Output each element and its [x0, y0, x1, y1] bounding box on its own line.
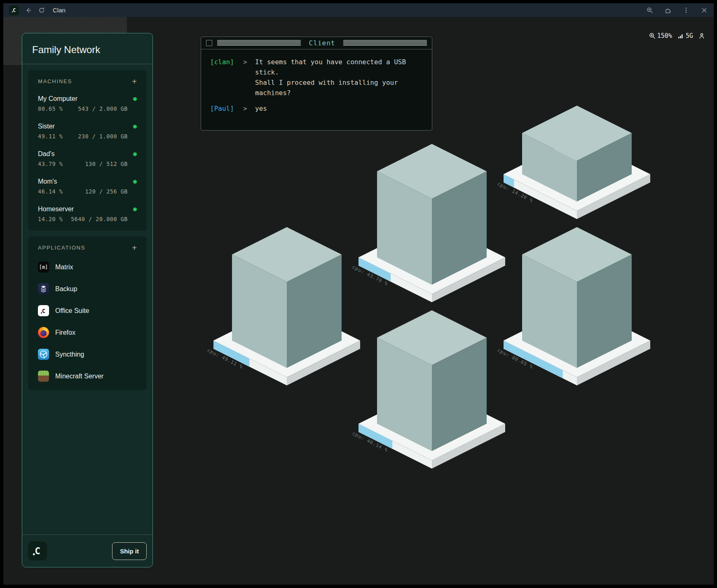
minecraft-icon	[38, 371, 49, 382]
application-name: Backup	[55, 285, 77, 293]
clan-logo-icon: C	[9, 5, 19, 15]
application-name: Office Suite	[55, 307, 89, 315]
machine-memory-value: 230 / 1.000 GB	[78, 133, 128, 140]
terminal-message-line: stick.	[255, 67, 406, 77]
machine-name: Mom's	[38, 178, 57, 185]
terminal-body: [clan]>It seems that you have connected …	[201, 49, 432, 126]
terminal-message-paul: [Paul]>yes	[210, 103, 423, 114]
machine-item-homeserver[interactable]: Homeserver 14.20 % 5640 / 20.000 GB	[38, 205, 137, 222]
machine-cpu-value: 43.79 %	[38, 161, 63, 167]
client-terminal-window: Client [clan]>It seems that you have con…	[201, 37, 432, 131]
terminal-message-line: Shall I proceed with installing your	[255, 77, 406, 88]
sidebar-header: Family Network	[22, 33, 152, 64]
application-name: Matrix	[55, 264, 73, 271]
online-status-dot	[133, 180, 137, 184]
machine-cpu-value: 49.11 %	[38, 133, 63, 140]
terminal-prompt: >	[243, 57, 255, 98]
app-window: cpu: 14.20 %cpu: 43.79 %cpu: 49.11 %cpu:…	[3, 3, 714, 585]
machine-memory-value: 5640 / 20.000 GB	[71, 216, 128, 222]
terminal-message-line: machines?	[255, 88, 406, 98]
menu-kebab-icon[interactable]	[682, 7, 690, 14]
machine-cube-sister[interactable]: cpu: 49.11 %	[206, 227, 360, 386]
application-name: Minecraft Server	[55, 373, 103, 380]
machine-item-dad-s[interactable]: Dad's 43.79 % 130 / 512 GB	[38, 150, 137, 167]
online-status-dot	[133, 208, 137, 211]
machine-name: Dad's	[38, 150, 54, 158]
machine-cpu-value: 14.20 %	[38, 216, 63, 222]
machine-cube-my-computer[interactable]: cpu: 80.65 %	[497, 227, 650, 386]
titlebar: C Clan	[3, 3, 714, 17]
application-item-firefox[interactable]: Firefox	[38, 327, 137, 338]
titlebar-stripes	[343, 40, 427, 47]
machines-card: MACHINES + My Computer 80.65 % 543 / 2.0…	[28, 70, 147, 231]
terminal-message-text: It seems that you have connected a USBst…	[255, 57, 406, 98]
machine-item-my-computer[interactable]: My Computer 80.65 % 543 / 2.000 GB	[38, 95, 137, 112]
extensions-puzzle-icon[interactable]	[664, 7, 672, 14]
refresh-icon[interactable]	[38, 7, 45, 14]
terminal-sender: [Paul]	[210, 103, 243, 114]
firefox-icon	[38, 327, 49, 338]
clan-logo-icon: C	[28, 541, 47, 560]
signal-bars-icon	[677, 32, 684, 40]
office-suite-icon: C	[38, 305, 49, 316]
machine-name: Homeserver	[38, 205, 74, 213]
window-square-icon	[206, 40, 212, 46]
svg-text:C: C	[35, 546, 40, 556]
terminal-message-clan: [clan]>It seems that you have connected …	[210, 57, 423, 98]
zoom-level-indicator: 150%	[649, 32, 672, 40]
machine-cpu-value: 80.65 %	[38, 105, 63, 112]
user-person-icon[interactable]	[698, 32, 705, 40]
matrix-icon: [m]	[38, 261, 49, 273]
machine-item-mom-s[interactable]: Mom's 46.14 % 120 / 256 GB	[38, 178, 137, 195]
machine-name: Sister	[38, 123, 55, 130]
machine-cube-mom-s[interactable]: cpu: 46.14 %	[351, 310, 505, 469]
backup-icon	[38, 283, 49, 294]
zoom-page-icon[interactable]	[646, 7, 654, 14]
terminal-message-line: yes	[255, 103, 267, 114]
sidebar-footer: C Ship it	[22, 534, 152, 567]
svg-text:C: C	[12, 7, 15, 13]
machine-memory-value: 120 / 256 GB	[85, 188, 128, 195]
status-indicators: 150% 5G	[649, 32, 705, 40]
zoom-level-value: 150%	[657, 32, 672, 40]
zoom-magnifier-icon	[649, 32, 656, 40]
svg-text:C: C	[42, 308, 45, 314]
back-icon[interactable]	[25, 7, 32, 14]
machine-cube-homeserver[interactable]: cpu: 14.20 %	[497, 106, 650, 219]
add-machine-button[interactable]: +	[132, 79, 137, 84]
application-item-backup[interactable]: Backup	[38, 283, 137, 294]
close-icon[interactable]	[701, 7, 708, 14]
terminal-title: Client	[306, 39, 339, 47]
terminal-message-text: yes	[255, 103, 267, 114]
terminal-titlebar: Client	[201, 37, 432, 49]
machine-name: My Computer	[38, 95, 77, 103]
network-title: Family Network	[32, 44, 143, 56]
application-name: Syncthing	[55, 351, 84, 358]
ship-it-button[interactable]: Ship it	[112, 542, 147, 560]
terminal-prompt: >	[243, 103, 255, 114]
application-item-minecraft-server[interactable]: Minecraft Server	[38, 371, 137, 382]
sidebar: Family Network MACHINES + My Computer 80…	[22, 33, 153, 567]
terminal-message-line: It seems that you have connected a USB	[255, 57, 406, 67]
application-item-syncthing[interactable]: Syncthing	[38, 349, 137, 360]
machine-memory-value: 543 / 2.000 GB	[78, 105, 128, 112]
application-name: Firefox	[55, 329, 75, 336]
machine-cpu-value: 46.14 %	[38, 188, 63, 195]
online-status-dot	[133, 125, 137, 128]
machine-item-sister[interactable]: Sister 49.11 % 230 / 1.000 GB	[38, 123, 137, 140]
application-item-matrix[interactable]: [m]Matrix	[38, 261, 137, 273]
application-item-office-suite[interactable]: C Office Suite	[38, 305, 137, 316]
applications-card: APPLICATIONS + [m]Matrix Backup C Office…	[28, 236, 147, 390]
page-title: Clan	[53, 7, 66, 14]
syncthing-icon	[38, 349, 49, 360]
online-status-dot	[133, 152, 137, 156]
machine-cube-dad-s[interactable]: cpu: 43.79 %	[351, 144, 505, 303]
network-type-value: 5G	[686, 32, 693, 40]
titlebar-stripes	[217, 40, 301, 47]
machines-header: MACHINES	[38, 78, 72, 84]
applications-header: APPLICATIONS	[38, 245, 85, 251]
add-application-button[interactable]: +	[132, 245, 137, 251]
online-status-dot	[133, 97, 137, 101]
terminal-sender: [clan]	[210, 57, 243, 98]
machine-memory-value: 130 / 512 GB	[85, 161, 128, 167]
